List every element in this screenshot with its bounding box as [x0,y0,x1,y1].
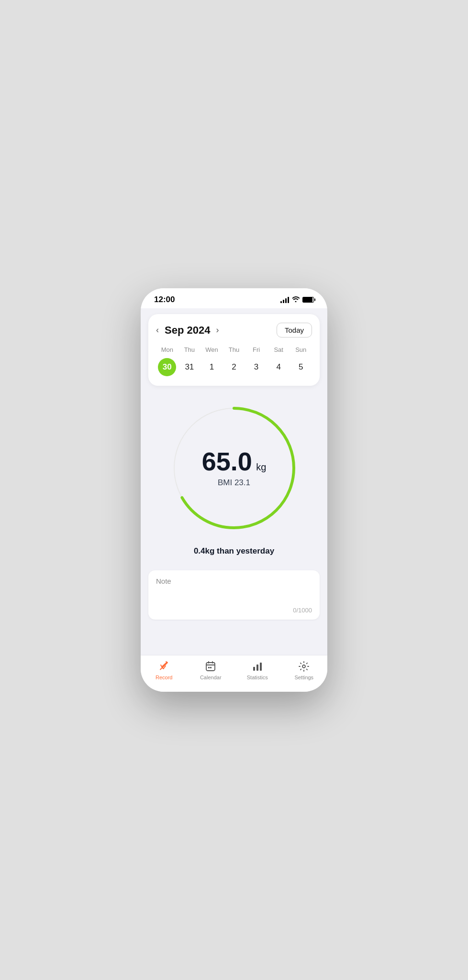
prev-month-button[interactable]: ‹ [156,325,159,335]
calendar-dates: 30 31 1 2 3 4 5 [156,358,312,376]
day-label-mon: Mon [156,346,178,353]
record-icon [158,660,170,673]
weight-unit: kg [256,462,266,472]
statistics-icon [251,660,264,673]
weight-circle: 65.0 kg BMI 23.1 [167,401,301,535]
day-label-fri: Fri [245,346,267,353]
wifi-icon [292,296,300,304]
status-icons [280,296,314,304]
date-cell-30[interactable]: 30 [156,358,178,376]
bmi-value: BMI 23.1 [218,478,250,488]
weight-comparison: 0.4kg than yesterday [194,546,274,556]
nav-label-settings: Settings [294,675,313,680]
note-input[interactable] [156,577,312,605]
status-bar: 12:00 [141,288,327,308]
nav-label-calendar: Calendar [200,675,222,680]
month-title: Sep 2024 [165,324,210,337]
note-char-count: 0/1000 [293,607,312,614]
day-label-sat: Sat [267,346,290,353]
day-label-thu: Thu [223,346,245,353]
today-button[interactable]: Today [277,323,312,338]
date-cell-4[interactable]: 4 [267,358,290,376]
bottom-nav: Record Calendar [141,655,327,692]
date-cell-31[interactable]: 31 [178,358,201,376]
svg-rect-5 [253,667,255,671]
day-label-wed: Wen [201,346,223,353]
nav-item-statistics[interactable]: Statistics [234,660,281,680]
svg-rect-6 [256,664,258,671]
content-area: ‹ Sep 2024 › Today Mon Thu Wen Thu Fri S… [141,308,327,651]
battery-icon [302,297,314,303]
note-section: Note 0/1000 [148,570,320,620]
nav-label-statistics: Statistics [247,675,268,680]
calendar-icon [204,660,217,673]
nav-item-settings[interactable]: Settings [281,660,328,680]
note-container: Note 0/1000 [148,570,320,620]
phone-frame: 12:00 [141,288,327,692]
month-nav: ‹ Sep 2024 › [156,324,219,337]
svg-rect-3 [208,667,210,668]
calendar-card: ‹ Sep 2024 › Today Mon Thu Wen Thu Fri S… [148,314,320,386]
weight-value: 65.0 [202,447,252,476]
settings-icon [298,660,310,673]
day-label-sun: Sun [290,346,312,353]
calendar-days-header: Mon Thu Wen Thu Fri Sat Sun [156,346,312,353]
day-label-tue: Thu [178,346,201,353]
svg-point-8 [302,665,305,668]
date-cell-3[interactable]: 3 [245,358,267,376]
date-cell-1[interactable]: 1 [201,358,223,376]
date-cell-5[interactable]: 5 [290,358,312,376]
status-time: 12:00 [154,295,175,305]
svg-rect-7 [260,663,262,671]
next-month-button[interactable]: › [216,325,219,335]
nav-item-record[interactable]: Record [141,660,188,680]
nav-item-calendar[interactable]: Calendar [188,660,234,680]
weight-display: 65.0 kg BMI 23.1 [202,448,267,488]
date-cell-2[interactable]: 2 [223,358,245,376]
weight-section: 65.0 kg BMI 23.1 0.4kg than yesterday [141,392,327,561]
svg-rect-4 [210,667,212,668]
nav-label-record: Record [156,675,172,680]
calendar-header: ‹ Sep 2024 › Today [156,323,312,338]
svg-rect-2 [206,663,215,671]
signal-icon [280,297,289,303]
